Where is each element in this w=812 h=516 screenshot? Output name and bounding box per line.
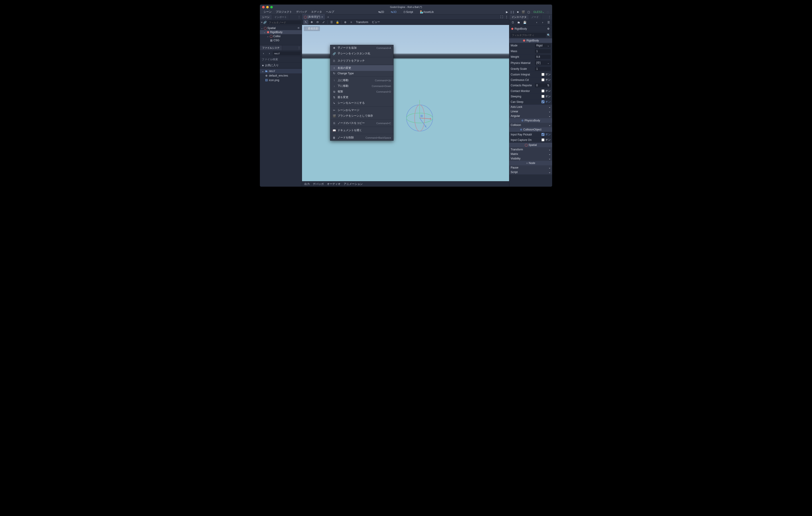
ctx-make-root[interactable]: ↳ シーンをルートにする: [330, 100, 393, 106]
stop-button[interactable]: ■: [515, 10, 520, 14]
prop-custom-integrat[interactable]: Custom Integrat オン: [509, 72, 552, 77]
instance-scene-button[interactable]: 🔗: [263, 20, 267, 25]
tab-debugger[interactable]: デバッガ: [313, 182, 324, 186]
group-transform[interactable]: Transform⌄: [509, 147, 552, 152]
collapse-icon[interactable]: ⌄: [261, 27, 263, 30]
ctx-open-docs[interactable]: 📖 ドキュメントを開く: [330, 127, 393, 133]
close-window-button[interactable]: [262, 6, 265, 8]
gravity-input[interactable]: 1: [535, 67, 551, 71]
prop-can-sleep[interactable]: Can Sleep オン: [509, 99, 552, 105]
tab-import[interactable]: インポート: [272, 15, 289, 20]
tree-node-csg[interactable]: ▦ CSG: [260, 38, 302, 42]
group-collision[interactable]: Collision⌄: [509, 123, 552, 127]
menu-project[interactable]: プロジェクト: [274, 9, 294, 14]
panel-menu-icon[interactable]: ⋮: [296, 16, 302, 19]
section-collisionobject[interactable]: ⊕ CollisionObject: [509, 127, 552, 132]
group-visibility[interactable]: Visibility⌄: [509, 156, 552, 161]
ctx-move-down[interactable]: ↓ 下に移動 Command+Down: [330, 83, 393, 89]
tree-node-collision[interactable]: ⌄ ◯ Collisi: [260, 34, 302, 38]
panel-menu-icon[interactable]: ⋮: [547, 16, 552, 19]
section-spatial[interactable]: ◯ Spatial: [509, 143, 552, 147]
ctx-change-type[interactable]: ↻ Change Type: [330, 71, 393, 76]
group-script[interactable]: Script⌄: [509, 170, 552, 175]
collapse-icon[interactable]: ⌄: [262, 69, 264, 73]
save-resource-button[interactable]: 💾: [522, 20, 527, 25]
mode-assetlib[interactable]: 🏪AssetLib: [418, 10, 435, 14]
3d-gizmo[interactable]: [402, 100, 438, 136]
cont-cd-checkbox[interactable]: オン: [542, 78, 551, 82]
group-linear[interactable]: Linear⌄: [509, 109, 552, 114]
lock-tool[interactable]: 🔒: [335, 20, 340, 25]
play-custom-button[interactable]: ▢: [526, 10, 531, 14]
ctx-add-child[interactable]: ✚ 子ノードを追加 Command+A: [330, 45, 393, 51]
section-node[interactable]: ○ Node: [509, 161, 552, 165]
prop-continuous-cd[interactable]: Continuous Cd オン: [509, 77, 552, 83]
sleeping-checkbox[interactable]: オン: [542, 94, 551, 98]
group-pause[interactable]: Pause⌄: [509, 165, 552, 170]
list-tool[interactable]: ☰: [329, 20, 334, 25]
section-physicsbody[interactable]: ⊕ PhysicsBody: [509, 118, 552, 123]
tree-node-spatial[interactable]: ⌄ ◯ Spatial 👁: [260, 26, 302, 30]
move-tool[interactable]: ✥: [309, 20, 314, 25]
ctx-save-branch[interactable]: 🎬 ブランチをシーンとして保存: [330, 113, 393, 119]
tab-node[interactable]: ノード: [529, 15, 541, 20]
open-resource-button[interactable]: 🖿: [516, 20, 521, 25]
phys-mat-select[interactable]: [空]: [535, 60, 551, 65]
add-node-button[interactable]: +: [261, 20, 263, 25]
mass-input[interactable]: 1: [535, 49, 551, 53]
collapse-icon[interactable]: ⌄: [263, 31, 266, 34]
minimize-window-button[interactable]: [266, 6, 269, 8]
history-back-button[interactable]: ‹: [534, 20, 539, 25]
play-button[interactable]: ▶: [504, 10, 509, 14]
pause-button[interactable]: ❚❚: [510, 10, 515, 14]
mode-3d[interactable]: ↹3D: [389, 10, 398, 14]
search-icon[interactable]: 🔍: [546, 33, 551, 37]
ctx-instance[interactable]: 🔗 子シーンをインスタンス化: [330, 51, 393, 56]
prop-gravity-scale[interactable]: Gravity Scale 1: [509, 66, 552, 72]
fs-file[interactable]: ⊕ default_env.tres: [260, 73, 302, 78]
renderer-select[interactable]: GLES3: [531, 10, 545, 14]
menu-debug[interactable]: デバッグ: [294, 9, 309, 14]
prop-input-ray[interactable]: Input Ray Pickabl オン: [509, 132, 552, 137]
panel-menu-icon[interactable]: ⋮: [296, 46, 302, 50]
ctx-move-up[interactable]: ↑ 上に移動 Command+Up: [330, 78, 393, 83]
fs-file[interactable]: 🖼 icon.png: [260, 78, 302, 83]
nav-back-button[interactable]: ‹: [261, 51, 266, 56]
maximize-window-button[interactable]: [270, 6, 273, 8]
select-tool[interactable]: ↖: [303, 20, 308, 25]
property-filter-input[interactable]: [511, 33, 546, 37]
path-input[interactable]: res://: [273, 52, 301, 56]
scene-tab[interactable]: ◯ [未保存](*) ✕: [302, 14, 325, 20]
custom-int-checkbox[interactable]: オン: [542, 72, 551, 76]
play-scene-button[interactable]: 🎬: [521, 10, 526, 14]
visibility-icon[interactable]: 👁: [297, 27, 301, 30]
group-axis-lock[interactable]: Axis Lock⌄: [509, 105, 552, 109]
weight-input[interactable]: 9.8: [535, 55, 551, 59]
tab-inspector[interactable]: インスペクタ: [509, 15, 529, 20]
section-rigidbody[interactable]: ⬣ RigidBody: [509, 38, 552, 43]
prop-input-capture[interactable]: Input Capture On オン: [509, 137, 552, 143]
menu-help[interactable]: ヘルプ: [324, 9, 336, 14]
local-tool[interactable]: ⊕: [343, 20, 348, 25]
can-sleep-checkbox[interactable]: オン: [542, 100, 551, 104]
contact-mon-checkbox[interactable]: オン: [542, 89, 551, 93]
snap-tool[interactable]: ⌗: [349, 20, 354, 25]
mode-script[interactable]: 🗋Script: [402, 10, 415, 14]
ctx-merge[interactable]: ✂ シーンからマージ: [330, 108, 393, 113]
menu-editor[interactable]: エディタ: [309, 9, 324, 14]
projection-label[interactable]: ⋮透視投影: [304, 26, 320, 31]
ctx-rename[interactable]: I 名前の変更: [330, 65, 393, 71]
filesystem-header[interactable]: ファイルシステ: [260, 45, 282, 50]
tab-animation[interactable]: アニメーション: [344, 182, 363, 186]
scale-tool[interactable]: ⤢: [321, 20, 326, 25]
prop-contacts-reported[interactable]: Contacts Reporte 0⇅: [509, 83, 552, 88]
ctx-reparent[interactable]: ⇅ 親を変更: [330, 94, 393, 100]
input-cap-checkbox[interactable]: オン: [542, 138, 551, 142]
history-fwd-button[interactable]: ›: [540, 20, 545, 25]
transform-menu[interactable]: Transform: [354, 21, 370, 24]
ctx-duplicate[interactable]: ⧉ 複製 Command+D: [330, 89, 393, 94]
close-tab-button[interactable]: ✕: [321, 16, 323, 19]
input-ray-checkbox[interactable]: オン: [542, 132, 551, 136]
prop-physics-material[interactable]: Physics Material [空]: [509, 60, 552, 66]
mode-select[interactable]: Rigid: [535, 43, 551, 48]
